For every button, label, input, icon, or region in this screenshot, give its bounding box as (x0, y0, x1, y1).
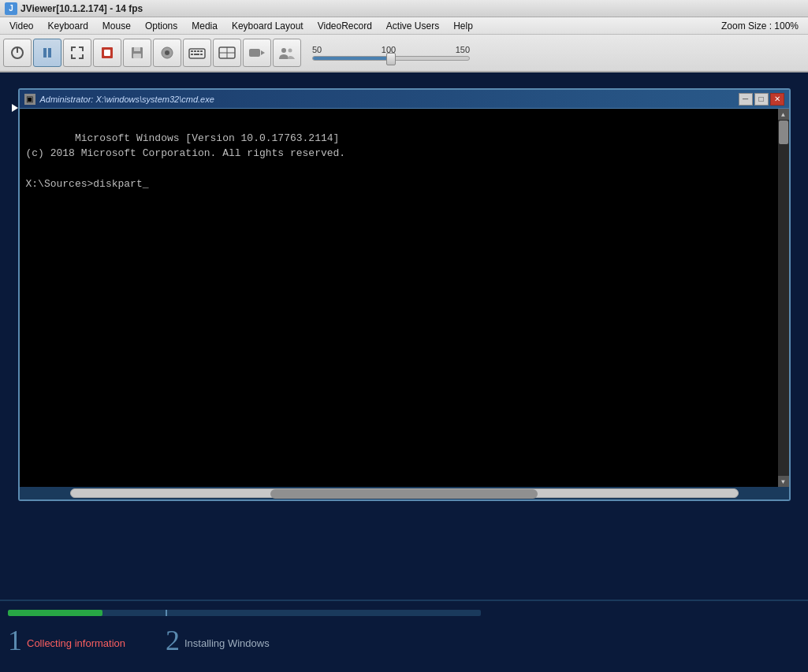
remote-desktop-window: ▣ Administrator: X:\windows\system32\cmd… (18, 88, 791, 501)
svg-rect-17 (194, 54, 199, 55)
cmd-window[interactable]: Microsoft Windows [Version 10.0.17763.21… (20, 109, 789, 487)
app-title-bar: J JViewer[10.1.2.174] - 14 fps (0, 0, 808, 17)
users-button[interactable] (273, 39, 301, 67)
svg-rect-16 (191, 54, 193, 55)
menu-bar: Video Keyboard Mouse Options Media Keybo… (0, 17, 808, 35)
progress-fill (8, 610, 102, 616)
menu-help[interactable]: Help (447, 19, 479, 33)
minimize-button[interactable]: ─ (739, 93, 753, 106)
step-2: 2 Installing Windows (166, 626, 323, 655)
remote-title-bar: ▣ Administrator: X:\windows\system32\cmd… (20, 90, 789, 109)
step-1: 1 Collecting information (8, 626, 166, 655)
power-button[interactable] (3, 39, 32, 67)
zoom-slider[interactable]: 50 100 150 (312, 45, 470, 61)
svg-rect-7 (134, 47, 140, 51)
zoom-label: Zoom Size : 100% (715, 19, 805, 33)
svg-point-25 (289, 49, 292, 53)
menu-active-users[interactable]: Active Users (380, 19, 445, 33)
step-2-label: Installing Windows (184, 626, 270, 649)
svg-rect-3 (48, 48, 51, 58)
maximize-button[interactable]: □ (754, 93, 769, 106)
record-button[interactable] (93, 39, 121, 67)
menu-mouse[interactable]: Mouse (96, 19, 137, 33)
menu-keyboard-layout[interactable]: Keyboard Layout (225, 19, 310, 33)
menu-video-record[interactable]: VideoRecord (311, 19, 378, 33)
app-icon: J (5, 2, 17, 15)
scroll-up-button[interactable]: ▲ (778, 109, 789, 120)
svg-point-24 (281, 48, 286, 53)
remote-window-title: Administrator: X:\windows\system32\cmd.e… (40, 95, 737, 104)
menu-options[interactable]: Options (139, 19, 184, 33)
svg-point-10 (165, 50, 169, 55)
vertical-scrollbar[interactable]: ▲ ▼ (778, 109, 789, 487)
svg-marker-23 (261, 50, 265, 55)
horizontal-scrollbar[interactable] (70, 488, 739, 498)
close-button[interactable]: ✕ (770, 93, 784, 106)
svg-rect-8 (133, 54, 141, 58)
menu-keyboard[interactable]: Keyboard (41, 19, 94, 33)
cmd-icon: ▣ (24, 94, 35, 105)
menu-media[interactable]: Media (185, 19, 224, 33)
scroll-down-button[interactable]: ▼ (778, 476, 789, 487)
app-title: JViewer[10.1.2.174] - 14 fps (20, 3, 143, 14)
progress-track (8, 610, 481, 616)
svg-rect-18 (200, 54, 203, 55)
scroll-thumb[interactable] (779, 121, 788, 144)
resize-button[interactable] (63, 39, 91, 67)
keyboard-layout-button[interactable] (213, 39, 241, 67)
save-button[interactable] (123, 39, 151, 67)
progress-divider (166, 610, 167, 616)
progress-bar-area (0, 607, 808, 618)
cmd-output: Microsoft Windows [Version 10.0.17763.21… (26, 115, 783, 207)
svg-rect-15 (200, 50, 203, 52)
cursor-icon (12, 104, 18, 112)
svg-rect-13 (194, 50, 196, 52)
svg-rect-22 (249, 49, 260, 57)
video-record-button[interactable] (243, 39, 271, 67)
keyboard-button[interactable] (183, 39, 211, 67)
svg-rect-12 (191, 50, 193, 52)
step-labels: 1 Collecting information 2 Installing Wi… (0, 626, 808, 655)
svg-rect-2 (43, 48, 47, 58)
menu-video[interactable]: Video (3, 19, 39, 33)
status-bar: 1 Collecting information 2 Installing Wi… (0, 600, 808, 672)
main-area: ▣ Administrator: X:\windows\system32\cmd… (0, 72, 808, 600)
toolbar: 50 100 150 (0, 35, 808, 72)
h-scroll-thumb[interactable] (270, 489, 537, 499)
step-1-number: 1 (8, 626, 22, 655)
h-scrollbar-area (20, 487, 789, 499)
svg-rect-14 (197, 50, 199, 52)
step-1-label: Collecting information (27, 626, 125, 649)
slider-track[interactable] (312, 56, 470, 61)
media-button[interactable] (153, 39, 181, 67)
step-2-number: 2 (166, 626, 180, 655)
svg-rect-5 (104, 50, 110, 56)
pause-button[interactable] (33, 39, 61, 67)
